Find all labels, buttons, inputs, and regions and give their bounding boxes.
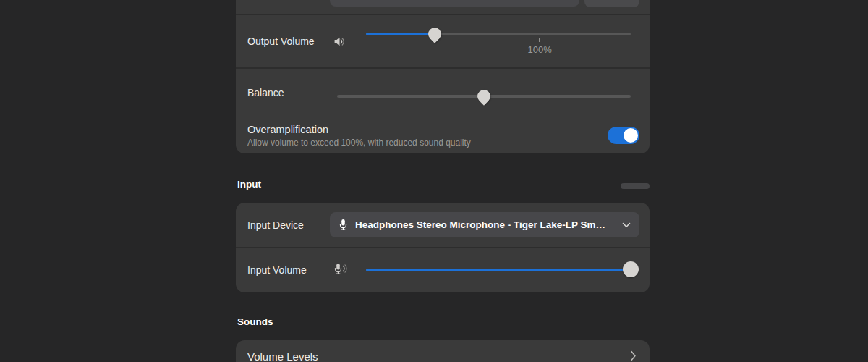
input-volume-slider-handle[interactable]: [623, 261, 639, 277]
volume-levels-label: Volume Levels: [247, 350, 318, 362]
overamplification-switch[interactable]: [608, 127, 639, 144]
input-header-label: Input: [237, 179, 261, 190]
output-card: Output Volume 100% Balance Overamplifica: [236, 0, 650, 153]
chevron-right-icon: [630, 350, 637, 362]
output-volume-slider-handle[interactable]: [425, 25, 443, 43]
input-level-indicator: [621, 183, 650, 189]
input-device-row: Input Device Headphones Stereo Microphon…: [236, 203, 650, 247]
balance-row: Balance: [236, 69, 650, 117]
input-volume-label: Input Volume: [247, 264, 307, 276]
output-test-button[interactable]: [584, 0, 639, 7]
input-volume-slider[interactable]: [366, 248, 631, 292]
sound-settings-panel: { "colors": { "accent": "#1c71d8", "wind…: [0, 0, 868, 362]
sounds-header-label: Sounds: [237, 316, 273, 327]
overamplification-row: Overamplification Allow volume to exceed…: [236, 117, 650, 153]
volume-100-mark-tick: [539, 38, 540, 42]
balance-slider[interactable]: [337, 69, 631, 117]
output-volume-slider[interactable]: 100%: [366, 15, 631, 67]
output-volume-fill: [366, 33, 435, 35]
output-volume-label: Output Volume: [247, 35, 315, 47]
output-device-row: [236, 0, 650, 14]
speaker-icon: [333, 35, 346, 51]
overamplification-subtitle: Allow volume to exceed 100%, with reduce…: [247, 138, 471, 148]
balance-label: Balance: [247, 87, 284, 98]
volume-100-mark-label: 100%: [527, 44, 551, 55]
input-card: Input Device Headphones Stereo Microphon…: [236, 203, 650, 292]
input-volume-row: Input Volume: [236, 248, 650, 292]
output-device-dropdown[interactable]: [330, 0, 579, 7]
input-device-value: Headphones Stereo Microphone - Tiger Lak…: [355, 219, 615, 230]
sounds-card: Volume Levels: [236, 340, 650, 362]
output-volume-row: Output Volume 100%: [236, 15, 650, 67]
input-device-label: Input Device: [247, 219, 304, 231]
chevron-down-icon: [622, 222, 631, 228]
input-section-header: Input: [236, 179, 650, 192]
microphone-sensitivity-icon: [334, 263, 348, 278]
sounds-section-header: Sounds: [236, 316, 650, 329]
volume-levels-row[interactable]: Volume Levels: [236, 340, 650, 362]
microphone-icon: [339, 219, 348, 231]
input-device-dropdown[interactable]: Headphones Stereo Microphone - Tiger Lak…: [330, 212, 639, 237]
balance-slider-handle[interactable]: [475, 87, 493, 105]
switch-knob: [624, 128, 638, 143]
overamplification-label: Overamplification: [247, 124, 471, 135]
input-volume-fill: [366, 269, 631, 272]
